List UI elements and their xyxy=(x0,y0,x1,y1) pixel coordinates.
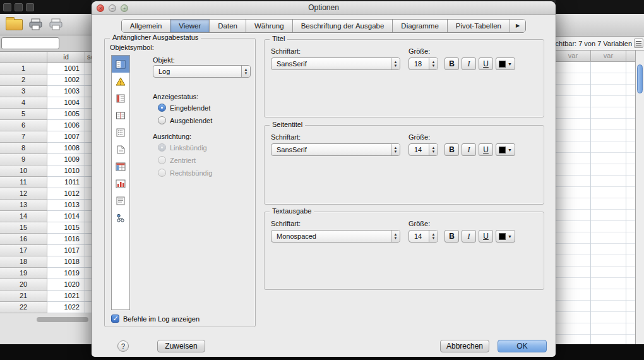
empty-data-grid[interactable] xyxy=(556,62,635,344)
tab-diagramme[interactable]: Diagramme xyxy=(393,20,447,32)
sc-cell[interactable] xyxy=(85,154,92,165)
table-row[interactable]: 71007 xyxy=(0,131,92,143)
row-number-cell[interactable]: 18 xyxy=(0,256,47,268)
underline-button[interactable]: U xyxy=(479,143,493,156)
object-item-chart-icon[interactable] xyxy=(112,175,129,192)
row-number-cell[interactable]: 2 xyxy=(0,75,47,86)
seitentitel-font-select[interactable]: SansSerif xyxy=(271,143,400,156)
sc-cell[interactable] xyxy=(85,97,92,109)
object-item-text-output-icon[interactable] xyxy=(112,124,129,141)
sc-cell[interactable] xyxy=(85,200,92,211)
open-folder-icon[interactable] xyxy=(6,19,23,30)
sc-cell[interactable] xyxy=(85,86,92,97)
radio-ausgeblendet[interactable]: Ausgeblendet xyxy=(158,116,212,124)
show-commands-checkbox[interactable]: Befehle im Log anzeigen xyxy=(111,315,200,323)
row-number-cell[interactable]: 6 xyxy=(0,120,47,131)
textausgabe-font-select[interactable]: Monospaced xyxy=(271,230,400,243)
sc-cell[interactable] xyxy=(85,188,92,200)
id-cell[interactable]: 1006 xyxy=(47,120,85,131)
bold-button[interactable]: B xyxy=(444,143,459,156)
print-icon[interactable] xyxy=(28,18,43,30)
id-cell[interactable]: 1021 xyxy=(47,291,85,302)
tab-viewer[interactable]: Viewer xyxy=(170,20,210,32)
row-number-cell[interactable]: 3 xyxy=(0,86,47,97)
row-number-cell[interactable]: 20 xyxy=(0,279,47,291)
sc-cell[interactable] xyxy=(85,222,92,234)
object-item-log-icon[interactable] xyxy=(112,56,129,73)
column-header-id[interactable]: id xyxy=(47,52,85,63)
row-number-cell[interactable]: 12 xyxy=(0,188,47,200)
seitentitel-size-select[interactable]: 14 xyxy=(408,143,438,156)
sc-cell[interactable] xyxy=(85,63,92,75)
id-cell[interactable]: 1010 xyxy=(47,165,85,177)
tab-allgemein[interactable]: Allgemein xyxy=(122,20,171,32)
zoom-icon[interactable]: + xyxy=(121,4,128,12)
sc-cell[interactable] xyxy=(85,291,92,302)
object-item-notes-icon[interactable] xyxy=(112,90,129,107)
object-item-warnings-icon[interactable]: ! xyxy=(112,73,129,90)
help-button[interactable]: ? xyxy=(117,340,129,352)
apply-button[interactable]: Zuweisen xyxy=(157,340,205,352)
titel-size-select[interactable]: 18 xyxy=(408,57,438,70)
object-select[interactable]: Log xyxy=(153,65,251,78)
id-cell[interactable]: 1002 xyxy=(47,75,85,86)
vertical-scrollbar-thumb[interactable] xyxy=(637,64,643,93)
column-header-var[interactable]: var xyxy=(556,51,591,62)
object-item-page-icon[interactable] xyxy=(112,141,129,158)
italic-button[interactable]: I xyxy=(462,230,476,243)
sc-cell[interactable] xyxy=(85,211,92,222)
id-cell[interactable]: 1013 xyxy=(47,200,85,211)
tab-overflow-arrow-icon[interactable]: ▶ xyxy=(510,20,525,32)
id-cell[interactable]: 1007 xyxy=(47,131,85,143)
table-row[interactable]: 91009 xyxy=(0,154,92,165)
table-row[interactable]: 211021 xyxy=(0,291,92,302)
sc-cell[interactable] xyxy=(85,268,92,279)
cancel-button[interactable]: Abbrechen xyxy=(440,340,489,352)
id-cell[interactable]: 1005 xyxy=(47,109,85,120)
row-number-cell[interactable]: 21 xyxy=(0,291,47,302)
table-row[interactable]: 111011 xyxy=(0,177,92,188)
close-icon[interactable]: ✕ xyxy=(97,4,104,12)
id-cell[interactable]: 1015 xyxy=(47,222,85,234)
table-row[interactable]: 81008 xyxy=(0,143,92,154)
combo-stepper-icon[interactable] xyxy=(429,144,438,155)
italic-button[interactable]: I xyxy=(462,143,476,156)
table-row[interactable]: 31003 xyxy=(0,86,92,97)
sc-cell[interactable] xyxy=(85,279,92,291)
table-row[interactable]: 51005 xyxy=(0,109,92,120)
window-control-icon[interactable] xyxy=(3,3,11,11)
id-cell[interactable]: 1003 xyxy=(47,86,85,97)
table-row[interactable]: 201020 xyxy=(0,279,92,291)
tab-pivot-tabellen[interactable]: Pivot-Tabellen xyxy=(448,20,510,32)
combo-stepper-icon[interactable] xyxy=(391,231,400,242)
tab-waehrung[interactable]: Währung xyxy=(246,20,293,32)
sc-cell[interactable] xyxy=(85,131,92,143)
id-cell[interactable]: 1009 xyxy=(47,154,85,165)
combo-stepper-icon[interactable] xyxy=(241,66,250,77)
print-preview-icon[interactable] xyxy=(49,18,63,30)
sc-cell[interactable] xyxy=(85,109,92,120)
id-cell[interactable]: 1016 xyxy=(47,234,85,245)
row-number-cell[interactable]: 7 xyxy=(0,131,47,143)
row-number-cell[interactable]: 17 xyxy=(0,245,47,256)
row-number-cell[interactable]: 16 xyxy=(0,234,47,245)
sc-cell[interactable] xyxy=(85,143,92,154)
id-cell[interactable]: 1001 xyxy=(47,63,85,75)
sc-cell[interactable] xyxy=(85,165,92,177)
table-row[interactable]: 221022 xyxy=(0,302,92,313)
combo-stepper-icon[interactable] xyxy=(391,144,400,155)
table-row[interactable]: 21002 xyxy=(0,75,92,86)
object-item-text-icon[interactable] xyxy=(112,192,129,209)
row-number-cell[interactable]: 11 xyxy=(0,177,47,188)
id-cell[interactable]: 1008 xyxy=(47,143,85,154)
table-row[interactable]: 121012 xyxy=(0,188,92,200)
underline-button[interactable]: U xyxy=(479,230,493,243)
id-cell[interactable]: 1012 xyxy=(47,188,85,200)
radio-eingeblendet[interactable]: Eingeblendet xyxy=(158,104,210,112)
tab-daten[interactable]: Daten xyxy=(210,20,246,32)
id-cell[interactable]: 1020 xyxy=(47,279,85,291)
row-number-cell[interactable]: 22 xyxy=(0,302,47,313)
id-cell[interactable]: 1017 xyxy=(47,245,85,256)
table-row[interactable]: 131013 xyxy=(0,200,92,211)
row-number-header[interactable] xyxy=(0,52,47,63)
